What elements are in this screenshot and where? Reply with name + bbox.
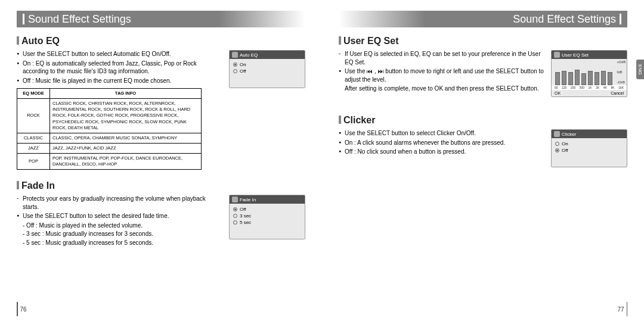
user-eq-screen: User EQ Set +10dB 0d	[551, 50, 627, 97]
radio-icon	[233, 220, 237, 225]
eq-tag-table: EQ MODE TAG INFO ROCK CLASSIC ROCK, CHRI…	[17, 88, 202, 170]
heading-bar-icon	[339, 116, 341, 124]
section-heading: User EQ Set	[339, 36, 627, 46]
title-bar-icon	[620, 14, 621, 24]
auto-eq-text: User the SELECT button to select Automat…	[17, 50, 222, 170]
section-heading: Clicker	[339, 115, 627, 126]
table-row: CLASSIC CLASSIC, OPERA, CHAMBER MUSIC SO…	[17, 133, 202, 143]
option-label: 3 sec	[240, 213, 251, 219]
bullet: Off : Music file is played in the curren…	[17, 77, 222, 85]
page-right: Sound Effect Settings User EQ Set If Use…	[322, 0, 644, 321]
screen-icon	[554, 52, 560, 58]
screen-title: User EQ Set	[562, 52, 589, 58]
eq-mode-cell: ROCK	[17, 99, 50, 133]
page-title-left: Sound Effect Settings	[17, 11, 305, 27]
table-row: JAZZ JAZZ, JAZZ+FUNK, ACID JAZZ	[17, 143, 202, 153]
bullet: On : A click sound alarms whenever the b…	[339, 139, 544, 147]
bullet: User the SELECT button to select Automat…	[17, 50, 222, 58]
page-num-text: 77	[617, 306, 624, 313]
screen-icon	[232, 52, 238, 58]
section-heading: Fade In	[17, 180, 305, 191]
heading-text: Auto EQ	[21, 36, 60, 46]
page-title-right: Sound Effect Settings	[339, 11, 627, 27]
option-row[interactable]: Off	[233, 206, 301, 213]
option-label: On	[240, 62, 246, 67]
eq-band[interactable]	[581, 73, 586, 85]
eq-band[interactable]	[575, 70, 580, 85]
subline: - 3 sec : Music gradually increases for …	[17, 230, 222, 238]
bullet: Use the SELECT button to select the desi…	[17, 212, 222, 220]
bullet: On : EQ is automatically selected from J…	[17, 60, 222, 76]
eq-band[interactable]	[555, 72, 560, 85]
page-num-bar-icon	[17, 302, 18, 316]
page-spread: Sound Effect Settings Auto EQ User the S…	[0, 0, 644, 321]
freq-label: 16K	[618, 86, 624, 89]
freq-label: 60	[555, 86, 558, 89]
clicker-text: Use the SELECT button to selecct Clicker…	[339, 129, 544, 157]
option-label: Off	[240, 68, 246, 74]
page-number-left: 76	[17, 302, 27, 316]
scale-label: +10dB	[617, 60, 626, 64]
bullet: Use the ⏮ , ⏭ button to move to right or…	[339, 67, 544, 83]
option-label: On	[562, 141, 568, 147]
eq-freq-labels: 60 125 250 500 1K 2K 4K 8K 16K	[552, 85, 627, 90]
fade-in-screen: Fade In Off 3 sec 5 sec	[229, 195, 305, 239]
bullet: Use the SELECT button to selecct Clicker…	[339, 129, 544, 138]
page-num-text: 76	[20, 306, 27, 313]
section-heading: Auto EQ	[17, 36, 305, 46]
freq-label: 250	[571, 86, 575, 89]
freq-label: 500	[580, 86, 584, 89]
screen-header: Fade In	[230, 195, 305, 204]
cancel-button[interactable]: Cancel	[611, 91, 624, 95]
heading-bar-icon	[17, 36, 19, 45]
bullet: Off : No click sound when a button is pr…	[339, 148, 544, 156]
eq-band[interactable]	[568, 72, 573, 85]
tag-info-cell: POP, INSTRUMENTAL POP, POP-FOLK, DANCE E…	[50, 154, 202, 170]
lang-tab-eng[interactable]: ENG	[636, 60, 644, 79]
title-bar-icon	[23, 14, 24, 24]
freq-label: 1K	[589, 86, 592, 89]
eq-band[interactable]	[595, 72, 599, 85]
heading-text: Fade In	[21, 180, 55, 191]
freq-label: 8K	[611, 86, 614, 89]
subline: - 5 sec : Music gradually increases for …	[17, 239, 222, 247]
option-row[interactable]: 3 sec	[233, 213, 301, 219]
user-eq-text: If User EQ is selected in EQ, EQ can be …	[339, 50, 544, 93]
screen-title: Fade In	[240, 197, 256, 202]
eq-band[interactable]	[588, 71, 593, 85]
screen-header: Auto EQ	[230, 51, 305, 59]
section-clicker: Clicker Use the SELECT button to selecct…	[339, 115, 627, 167]
page-title-text: Sound Effect Settings	[28, 13, 131, 26]
option-row[interactable]: Off	[233, 68, 301, 74]
eq-band[interactable]	[601, 71, 606, 85]
screen-icon	[232, 197, 238, 202]
option-row[interactable]: 5 sec	[233, 219, 301, 226]
eq-bars[interactable]: +10dB 0dB -10dB	[552, 59, 627, 85]
screen-title: Auto EQ	[240, 52, 258, 58]
section-auto-eq: Auto EQ User the SELECT button to select…	[17, 36, 305, 170]
table-header: EQ MODE	[17, 89, 50, 99]
eq-band[interactable]	[608, 72, 612, 85]
option-row[interactable]: On	[233, 61, 301, 68]
clicker-screen: Clicker On Off	[551, 129, 627, 167]
auto-eq-screen: Auto EQ On Off	[229, 50, 305, 88]
screen-icon	[554, 131, 560, 137]
eq-mode-cell: CLASSIC	[17, 133, 50, 143]
page-number-right: 77	[617, 302, 627, 316]
tag-info-cell: CLASSIC ROCK, CHRISTIAN ROCK, ROCK, ALTE…	[50, 99, 202, 133]
scale-label: 0dB	[617, 70, 626, 74]
radio-icon	[233, 69, 237, 73]
eq-band[interactable]	[562, 71, 566, 85]
option-label: Off	[240, 207, 246, 212]
ok-button[interactable]: OK	[555, 91, 561, 95]
page-left: Sound Effect Settings Auto EQ User the S…	[0, 0, 322, 321]
subline: After setting is complete, move to OK an…	[339, 85, 544, 93]
option-row[interactable]: Off	[555, 147, 623, 154]
lead-text: Protects your ears by gradually increasi…	[17, 195, 222, 211]
table-header: TAG INFO	[50, 89, 202, 99]
heading-bar-icon	[17, 181, 19, 189]
screen-header: User EQ Set	[552, 51, 627, 59]
option-row[interactable]: On	[555, 141, 623, 147]
freq-label: 2K	[596, 86, 599, 89]
page-num-bar-icon	[627, 302, 628, 316]
